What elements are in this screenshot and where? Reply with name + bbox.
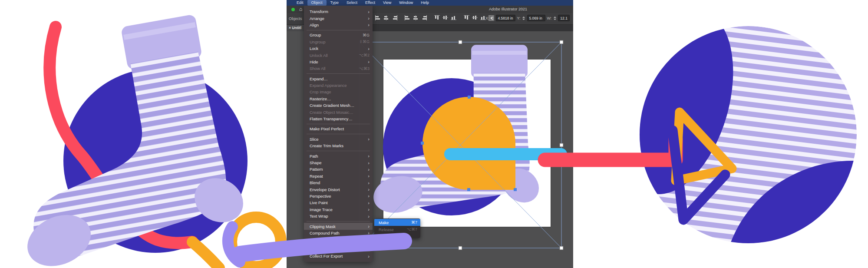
menu-item-unlock-all: Unlock All⌥⌘2	[304, 52, 373, 58]
align-h-center-icon[interactable]	[383, 15, 389, 21]
menu-item-live-paint[interactable]: Live Paint›	[304, 199, 373, 206]
menu-item-align[interactable]: Align›	[304, 22, 373, 28]
menu-item-arrange[interactable]: Arrange›	[304, 15, 373, 21]
submenu-arrow-icon: ›	[368, 161, 370, 165]
submenu-arrow-icon: ›	[368, 201, 370, 205]
red-squiggle	[50, 27, 192, 243]
menubar-item-object[interactable]: Object	[307, 0, 327, 6]
menubar-item-select[interactable]: Select	[343, 0, 361, 6]
menu-item-label: Expand…	[310, 76, 370, 81]
menu-item-envelope-distort[interactable]: Envelope Distort›	[304, 186, 373, 192]
menu-item-blend[interactable]: Blend›	[304, 179, 373, 186]
orange-loop	[231, 217, 281, 267]
object-menu: Transform›Arrange›Align›Group⌘GUngroup⇧⌘…	[304, 6, 373, 262]
menu-item-label: Arrange	[310, 16, 368, 21]
menu-item-hide[interactable]: Hide›	[304, 59, 373, 65]
distribute-right-icon[interactable]	[480, 15, 486, 21]
menu-item-clipping-mask[interactable]: Clipping Mask›	[304, 223, 373, 229]
menubar-item-help[interactable]: Help	[417, 0, 433, 6]
menu-item-make-pixel-perfect[interactable]: Make Pixel Perfect	[304, 126, 373, 132]
menu-separator	[307, 151, 370, 151]
submenu-item-shortcut: ⌥⌘7	[407, 227, 417, 232]
menu-item-shortcut: ⌥⌘3	[359, 66, 370, 71]
menu-item-label: Blend	[310, 180, 368, 185]
submenu-arrow-icon: ›	[368, 181, 370, 185]
submenu-item-make[interactable]: Make⌘7	[374, 219, 420, 226]
menu-item-path[interactable]: Path›	[304, 152, 373, 159]
menu-item-create-object-mosaic: Create Object Mosaic…	[304, 109, 373, 115]
menu-item-text-wrap[interactable]: Text Wrap›	[304, 213, 373, 219]
field-input-w[interactable]: 12.1	[558, 15, 570, 21]
menu-item-pattern[interactable]: Pattern›	[304, 166, 373, 172]
distribute-left-icon[interactable]	[463, 15, 469, 21]
menu-item-label: Make Pixel Perfect	[310, 126, 370, 131]
align-bottom-icon[interactable]	[421, 15, 427, 21]
distribute-top-icon[interactable]	[434, 15, 440, 21]
menu-item-rasterize[interactable]: Rasterize…	[304, 96, 373, 102]
traffic-light-green-icon[interactable]	[291, 8, 295, 11]
menu-item-lock[interactable]: Lock›	[304, 45, 373, 52]
menu-item-label: Compound Path	[310, 231, 368, 235]
menu-item-expand[interactable]: Expand…	[304, 76, 373, 82]
artboard[interactable]	[383, 60, 551, 227]
field-stepper[interactable]	[522, 15, 525, 21]
menu-item-label: Crop Image	[310, 89, 370, 94]
submenu-arrow-icon: ›	[368, 10, 370, 14]
submenu-arrow-icon: ›	[368, 137, 370, 141]
purple-loop-arc	[228, 227, 240, 262]
align-left-icon[interactable]	[375, 15, 381, 21]
align-v-center-icon[interactable]	[413, 15, 419, 21]
menubar-item-window[interactable]: Window	[395, 0, 417, 6]
menu-item-compound-path[interactable]: Compound Path›	[304, 230, 373, 236]
distribute-h-center-icon[interactable]	[472, 15, 478, 21]
submenu-arrow-icon: ›	[368, 224, 370, 228]
menu-bar: EditObjectTypeSelectEffectViewWindowHelp	[287, 0, 573, 6]
field-stepper[interactable]	[553, 15, 556, 21]
submenu-arrow-icon: ›	[368, 214, 370, 218]
menu-item-slice[interactable]: Slice›	[304, 136, 373, 142]
submenu-arrow-icon: ›	[368, 16, 370, 20]
field-input-y[interactable]: 5.069 in	[527, 15, 545, 21]
menu-item-label: Live Paint	[310, 200, 368, 205]
menu-item-repeat[interactable]: Repeat›	[304, 173, 373, 179]
menubar-item-effect[interactable]: Effect	[361, 0, 379, 6]
align-right-icon[interactable]	[391, 15, 397, 21]
menu-item-label: Expand Appearance	[310, 83, 370, 88]
menu-item-label: Show All	[310, 66, 359, 71]
menu-item-transform[interactable]: Transform›	[304, 8, 373, 15]
menu-item-image-trace[interactable]: Image Trace›	[304, 206, 373, 213]
align-top-icon[interactable]	[404, 15, 410, 21]
menu-item-label: Hide	[310, 60, 368, 64]
submenu-arrow-icon: ›	[368, 194, 370, 198]
field-label-x: X:	[485, 16, 489, 20]
menu-item-label: Flatten Transparency…	[310, 116, 370, 121]
menu-item-perspective[interactable]: Perspective›	[304, 193, 373, 199]
submenu-arrow-icon: ›	[368, 167, 370, 172]
distribute-bottom-icon[interactable]	[450, 15, 456, 21]
menu-item-show-all: Show All⌥⌘3	[304, 65, 373, 72]
menu-item-label: Create Object Mosaic…	[310, 110, 370, 115]
menu-item-create-trim-marks[interactable]: Create Trim Marks	[304, 142, 373, 149]
submenu-arrow-icon: ›	[368, 231, 370, 235]
menu-item-label: Shape	[310, 160, 368, 165]
field-stepper[interactable]	[491, 15, 494, 21]
submenu-arrow-icon: ›	[368, 187, 370, 192]
menu-separator	[307, 221, 370, 222]
menubar-item-edit[interactable]: Edit	[293, 0, 307, 6]
menu-item-label: Envelope Distort	[310, 187, 368, 192]
menu-item-flatten-transparency[interactable]: Flatten Transparency…	[304, 116, 373, 122]
menu-item-shortcut: ⌘G	[363, 33, 370, 37]
menu-item-create-gradient-mesh[interactable]: Create Gradient Mesh…	[304, 102, 373, 109]
document-tab[interactable]: × Untitl	[287, 25, 304, 31]
distribute-v-center-icon[interactable]	[442, 15, 448, 21]
page: { "window": { "menubar": { "items": [ {"…	[0, 0, 868, 268]
field-input-x[interactable]: 4.5818 in	[496, 15, 515, 21]
menu-item-collect-for-export[interactable]: Collect For Export›	[304, 253, 373, 259]
menubar-item-view[interactable]: View	[379, 0, 395, 6]
window-title: Adobe Illustrator 2021	[480, 7, 536, 11]
menubar-item-type[interactable]: Type	[327, 0, 343, 6]
menu-item-group[interactable]: Group⌘G	[304, 32, 373, 38]
menu-item-label: Text Wrap	[310, 214, 368, 218]
menu-item-shape[interactable]: Shape›	[304, 159, 373, 166]
home-icon[interactable]: ⌂	[299, 6, 302, 13]
